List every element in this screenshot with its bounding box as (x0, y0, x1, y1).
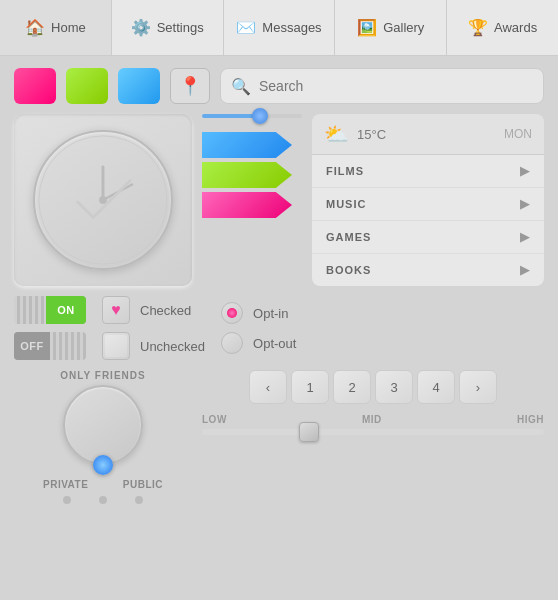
main-content: 📍 🔍 (0, 56, 558, 516)
knob-dot (93, 455, 113, 475)
mid-column (202, 114, 302, 286)
pagination-page-3[interactable]: 3 (375, 370, 413, 404)
knob-indicator-dot (99, 496, 107, 504)
knob-private-label: PRIVATE (43, 479, 88, 490)
weather-info: ⛅ 15°C (324, 122, 386, 146)
chevron-right-icon: ▶ (520, 197, 530, 211)
bottom-range-slider[interactable] (202, 429, 544, 435)
nav-gallery[interactable]: 🖼️ Gallery (335, 0, 447, 55)
weather-icon: ⛅ (324, 122, 349, 146)
checkbox-group: ♥ Checked Unchecked (102, 296, 205, 360)
arrow-pink[interactable] (202, 192, 302, 218)
row4-right: ‹ 1 2 3 4 › LOW MID HIGH (202, 370, 544, 435)
menu-books-label: BOOKS (326, 264, 371, 276)
clock-widget (14, 114, 192, 286)
row-bottom: ONLY FRIENDS PRIVATE PUBLIC ‹ 1 2 3 4 (14, 370, 544, 504)
home-icon: 🏠 (25, 18, 45, 37)
pagination-prev[interactable]: ‹ (249, 370, 287, 404)
range-slider[interactable] (202, 114, 302, 118)
menu-music-label: MUSIC (326, 198, 366, 210)
checked-label: Checked (140, 303, 191, 318)
unchecked-inner (105, 335, 127, 357)
nav-awards[interactable]: 🏆 Awards (447, 0, 558, 55)
nav-home[interactable]: 🏠 Home (0, 0, 112, 55)
pagination: ‹ 1 2 3 4 › (202, 370, 544, 404)
knob-circle[interactable] (63, 385, 143, 465)
optout-label: Opt-out (253, 336, 296, 351)
menu-item-games[interactable]: GAMES ▶ (312, 221, 544, 254)
knob-indicator-dot (135, 496, 143, 504)
settings-icon: ⚙️ (131, 18, 151, 37)
nav-settings-label: Settings (157, 20, 204, 35)
search-box[interactable]: 🔍 (220, 68, 544, 104)
checkbox-unchecked[interactable] (102, 332, 130, 360)
navbar: 🏠 Home ⚙️ Settings ✉️ Messages 🖼️ Galler… (0, 0, 558, 56)
knob-indicator-dot (63, 496, 71, 504)
menu-list: FILMS ▶ MUSIC ▶ GAMES ▶ BOOKS ▶ (312, 155, 544, 286)
unchecked-label: Unchecked (140, 339, 205, 354)
row-controls: 📍 🔍 (14, 68, 544, 104)
clock-face (33, 130, 173, 270)
menu-games-label: GAMES (326, 231, 371, 243)
pink-button[interactable] (14, 68, 56, 104)
toggle-off[interactable]: OFF (14, 332, 86, 360)
search-input[interactable] (259, 78, 533, 94)
toggle-group: ON OFF (14, 296, 86, 360)
checkbox-checked-row: ♥ Checked (102, 296, 205, 324)
weather-temp: 15°C (357, 127, 386, 142)
gallery-icon: 🖼️ (357, 18, 377, 37)
nav-messages[interactable]: ✉️ Messages (224, 0, 336, 55)
weather-widget: ⛅ 15°C MON (312, 114, 544, 155)
checkbox-unchecked-row: Unchecked (102, 332, 205, 360)
menu-item-books[interactable]: BOOKS ▶ (312, 254, 544, 286)
pagination-page-1[interactable]: 1 (291, 370, 329, 404)
nav-gallery-label: Gallery (383, 20, 424, 35)
knob-area: ONLY FRIENDS PRIVATE PUBLIC (14, 370, 192, 504)
chevron-right-icon: ▶ (520, 263, 530, 277)
arrow-blue[interactable] (202, 132, 302, 158)
nav-settings[interactable]: ⚙️ Settings (112, 0, 224, 55)
nav-awards-label: Awards (494, 20, 537, 35)
nav-messages-label: Messages (262, 20, 321, 35)
row-inputs: ON OFF ♥ Checked Unchecked (14, 296, 544, 360)
radio-optin-row: Opt-in (221, 302, 296, 324)
pagination-page-4[interactable]: 4 (417, 370, 455, 404)
menu-films-label: FILMS (326, 165, 364, 177)
weather-day: MON (504, 127, 532, 141)
search-icon: 🔍 (231, 77, 251, 96)
radio-optin[interactable] (221, 302, 243, 324)
nav-home-label: Home (51, 20, 86, 35)
location-button[interactable]: 📍 (170, 68, 210, 104)
chevron-right-icon: ▶ (520, 230, 530, 244)
knob-container (43, 385, 163, 475)
optin-label: Opt-in (253, 306, 288, 321)
arrow-green[interactable] (202, 162, 302, 188)
menu-item-music[interactable]: MUSIC ▶ (312, 188, 544, 221)
row-widgets: ⛅ 15°C MON FILMS ▶ MUSIC ▶ GAMES ▶ (14, 114, 544, 286)
location-icon: 📍 (179, 75, 201, 97)
green-button[interactable] (66, 68, 108, 104)
pagination-page-2[interactable]: 2 (333, 370, 371, 404)
radio-optout-row: Opt-out (221, 332, 296, 354)
top-slider (202, 114, 302, 118)
knob-public-label: PUBLIC (123, 479, 163, 490)
knob-title: ONLY FRIENDS (60, 370, 145, 381)
radio-optout[interactable] (221, 332, 243, 354)
knob-labels: PRIVATE PUBLIC (43, 479, 163, 490)
blue-button[interactable] (118, 68, 160, 104)
svg-point-3 (99, 196, 107, 204)
knob-dots-row (63, 496, 143, 504)
toggle-off-label: OFF (14, 332, 50, 360)
radio-group: Opt-in Opt-out (221, 302, 296, 354)
chevron-right-icon: ▶ (520, 164, 530, 178)
toggle-on-label: ON (46, 296, 86, 324)
arrow-labels (202, 128, 302, 218)
bottom-slider-area: LOW MID HIGH (202, 414, 544, 435)
awards-icon: 🏆 (468, 18, 488, 37)
radio-selected-dot (227, 308, 237, 318)
toggle-on[interactable]: ON (14, 296, 86, 324)
pagination-next[interactable]: › (459, 370, 497, 404)
checkbox-checked[interactable]: ♥ (102, 296, 130, 324)
menu-item-films[interactable]: FILMS ▶ (312, 155, 544, 188)
right-column: ⛅ 15°C MON FILMS ▶ MUSIC ▶ GAMES ▶ (312, 114, 544, 286)
